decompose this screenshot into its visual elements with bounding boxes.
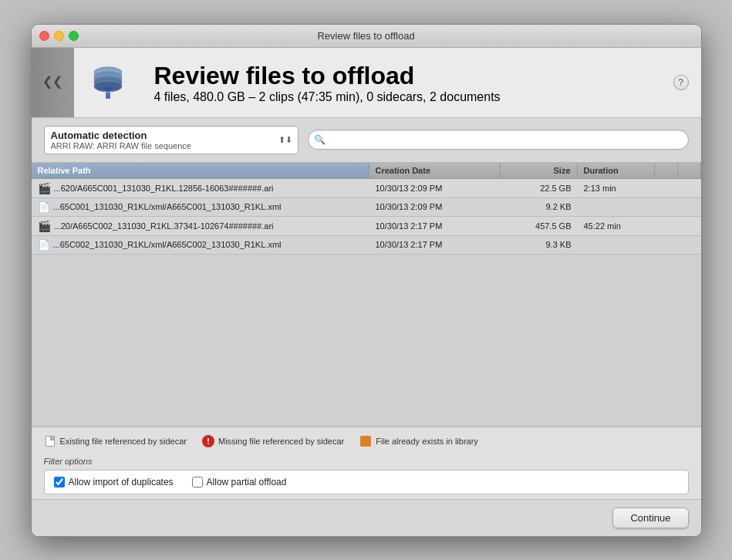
cell-size-4: 9.3 KB (501, 237, 578, 252)
cell-size-3: 457.5 GB (501, 218, 578, 234)
search-input[interactable] (308, 130, 689, 150)
col-header-duration: Duration (578, 163, 655, 178)
col-header-extra2 (678, 163, 701, 178)
chevron-icon: ❮❮ (42, 73, 62, 90)
table-body: 🎬 ...620/A665C001_131030_R1KL.12856-1606… (32, 179, 701, 333)
filter-section: Filter options Allow import of duplicate… (32, 452, 701, 499)
table-empty-space (32, 333, 701, 426)
film-icon-3: 🎬 (38, 220, 51, 232)
legend-item-exists: File already exists in library (359, 435, 478, 447)
existing-file-icon (44, 435, 56, 447)
cell-duration-1: 2:13 min (578, 180, 655, 196)
cell-path-3: 🎬 ...20/A665C002_131030_R1KL.37341-10267… (32, 217, 369, 235)
svg-rect-8 (106, 93, 110, 99)
detection-dropdown[interactable]: Automatic detection ARRI RAW: ARRI RAW f… (44, 126, 299, 154)
chevron-down-icon: ⬆⬇ (278, 135, 292, 145)
cell-size-2: 9.2 KB (501, 199, 578, 214)
cell-e2-2 (678, 204, 701, 210)
legend-existing-label: Existing file referenced by sidecar (60, 437, 187, 446)
dropdown-main-label: Automatic detection (51, 130, 276, 141)
search-icon: 🔍 (314, 134, 326, 145)
footer: Continue (32, 499, 701, 536)
col-header-path: Relative Path (32, 163, 369, 178)
cell-e2-3 (678, 223, 701, 229)
filter-title: Filter options (44, 457, 689, 466)
col-header-date: Creation Date (369, 163, 501, 178)
filter-box: Allow import of duplicates Allow partial… (44, 470, 689, 494)
cell-path-2: 📄 ...65C001_131030_R1KL/xml/A665C001_131… (32, 198, 369, 216)
legend-item-missing: ! Missing file referenced by sidecar (202, 435, 344, 447)
cell-e1-2 (655, 204, 678, 210)
main-window: Review files to offload ❮❮ (31, 24, 702, 537)
cell-e1-3 (655, 223, 678, 229)
close-button[interactable] (39, 31, 49, 41)
col-header-extra1 (655, 163, 678, 178)
table-row[interactable]: 📄 ...65C001_131030_R1KL/xml/A665C001_131… (32, 198, 701, 217)
allow-partial-checkbox[interactable]: Allow partial offload (192, 477, 287, 487)
detection-dropdown-wrapper: Automatic detection ARRI RAW: ARRI RAW f… (44, 126, 299, 154)
legend-section: Existing file referenced by sidecar ! Mi… (32, 427, 701, 452)
cell-date-2: 10/30/13 2:09 PM (369, 199, 501, 214)
header-subtitle: 4 files, 480.0 GB – 2 clips (47:35 min),… (154, 90, 501, 104)
allow-duplicates-input[interactable] (54, 477, 65, 487)
table-header: Relative Path Creation Date Size Duratio… (32, 163, 701, 179)
cell-e2-4 (678, 241, 701, 248)
cell-date-1: 10/30/13 2:09 PM (369, 180, 501, 196)
cell-e1-4 (655, 241, 678, 248)
cell-path-1: 🎬 ...620/A665C001_131030_R1KL.12856-1606… (32, 179, 369, 197)
allow-partial-label: Allow partial offload (207, 477, 287, 487)
table-row[interactable]: 🎬 ...620/A665C001_131030_R1KL.12856-1606… (32, 179, 701, 198)
header-text: Review files to offload 4 files, 480.0 G… (154, 62, 501, 104)
legend-item-existing: Existing file referenced by sidecar (44, 435, 187, 447)
cell-e1-1 (655, 185, 678, 191)
header-content: Review files to offload 4 files, 480.0 G… (74, 48, 701, 117)
traffic-lights (39, 31, 79, 41)
cabinet-file-icon (359, 435, 372, 447)
doc-icon-2: 📄 (38, 201, 50, 213)
col-header-size: Size (501, 163, 578, 178)
maximize-button[interactable] (69, 31, 79, 41)
chevron-column: ❮❮ (32, 48, 74, 117)
title-bar: Review files to offload (32, 25, 701, 48)
legend-missing-label: Missing file referenced by sidecar (218, 437, 344, 446)
allow-duplicates-checkbox[interactable]: Allow import of duplicates (54, 477, 174, 487)
cell-duration-2 (578, 204, 655, 210)
minimize-button[interactable] (54, 31, 64, 41)
allow-partial-input[interactable] (192, 477, 203, 487)
legend-exists-label: File already exists in library (376, 437, 478, 446)
window-title: Review files to offload (317, 30, 414, 42)
table-section: Relative Path Creation Date Size Duratio… (32, 163, 701, 426)
cell-date-3: 10/30/13 2:17 PM (369, 218, 501, 234)
missing-file-icon: ! (202, 435, 214, 447)
header-title: Review files to offload (154, 62, 501, 90)
cell-e2-1 (678, 185, 701, 191)
cell-size-1: 22.5 GB (501, 180, 578, 196)
continue-button[interactable]: Continue (612, 508, 688, 528)
cell-duration-3: 45:22 min (578, 218, 655, 234)
cell-date-4: 10/30/13 2:17 PM (369, 237, 501, 252)
help-button[interactable]: ? (673, 75, 689, 90)
table-row[interactable]: 📄 ...65C002_131030_R1KL/xml/A665C002_131… (32, 236, 701, 255)
header-section: ❮❮ (32, 48, 701, 117)
film-icon-1: 🎬 (38, 182, 51, 194)
cell-duration-4 (578, 241, 655, 248)
allow-duplicates-label: Allow import of duplicates (69, 477, 174, 487)
search-box: 🔍 (308, 130, 689, 150)
controls-section: Automatic detection ARRI RAW: ARRI RAW f… (32, 118, 701, 163)
doc-icon-4: 📄 (38, 239, 50, 251)
app-icon (85, 60, 131, 106)
legend-row: Existing file referenced by sidecar ! Mi… (44, 435, 689, 447)
cell-path-4: 📄 ...65C002_131030_R1KL/xml/A665C002_131… (32, 236, 369, 254)
table-row[interactable]: 🎬 ...20/A665C002_131030_R1KL.37341-10267… (32, 217, 701, 236)
dropdown-sub-label: ARRI RAW: ARRI RAW file sequence (51, 141, 276, 150)
